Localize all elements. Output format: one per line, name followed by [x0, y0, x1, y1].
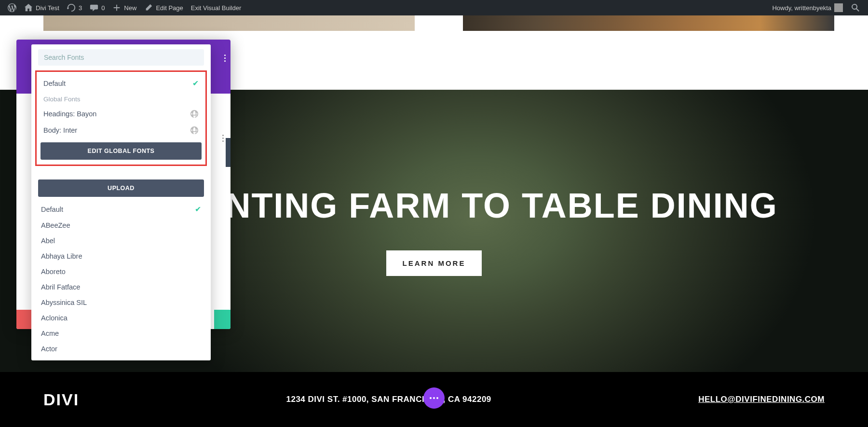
settings-more-button[interactable] — [224, 49, 226, 62]
wp-logo[interactable] — [4, 0, 20, 15]
font-option[interactable]: Aboreto — [38, 264, 204, 279]
font-option[interactable]: Acme — [38, 326, 204, 341]
font-option-default[interactable]: Default ✔ — [41, 75, 202, 92]
font-search-input[interactable] — [44, 54, 198, 61]
font-label: Abhaya Libre — [41, 252, 82, 260]
revisions[interactable]: 3 — [63, 0, 86, 15]
plus-icon — [112, 3, 121, 12]
font-option[interactable]: Abril Fatface — [38, 279, 204, 295]
check-icon: ✔ — [192, 79, 199, 88]
font-label: ABeeZee — [41, 221, 70, 229]
wordpress-icon — [8, 3, 16, 12]
exit-vb-label: Exit Visual Builder — [191, 4, 242, 12]
font-option[interactable]: Aclonica — [38, 310, 204, 326]
font-label: Headings: Bayon — [43, 110, 96, 118]
hero-image-left — [43, 15, 415, 31]
revisions-count: 3 — [79, 4, 82, 12]
wp-admin-bar: Divi Test 3 0 New Edit Page Exit Visual … — [0, 0, 868, 15]
settings-scrollbar[interactable] — [226, 138, 231, 167]
edit-page-label: Edit Page — [156, 4, 183, 12]
search-icon — [851, 3, 860, 13]
user-avatar-icon — [834, 3, 843, 12]
check-icon: ✔ — [195, 205, 201, 214]
more-vertical-icon — [224, 55, 226, 62]
font-label: Aclonica — [41, 314, 68, 322]
comment-icon — [90, 3, 98, 12]
comments[interactable]: 0 — [86, 0, 108, 15]
font-option[interactable]: Abel — [38, 233, 204, 248]
new-label: New — [124, 4, 136, 12]
global-fonts-highlight: Default ✔ Global Fonts Headings: Bayon B… — [35, 70, 207, 166]
more-vertical-icon — [222, 135, 224, 142]
pencil-icon — [144, 3, 153, 12]
font-option[interactable]: Actor — [38, 341, 204, 357]
upload-font-button[interactable]: UPLOAD — [38, 179, 204, 197]
font-list: Default ✔ ABeeZee Abel Abhaya Libre Abor… — [31, 201, 211, 357]
font-label: Abyssinica SIL — [41, 299, 87, 306]
site-name-text: Divi Test — [36, 4, 59, 12]
site-name[interactable]: Divi Test — [20, 0, 63, 15]
font-search-wrap — [38, 49, 204, 66]
font-picker-dropdown: Default ✔ Global Fonts Headings: Bayon B… — [31, 44, 211, 360]
font-option[interactable]: Abyssinica SIL — [38, 295, 204, 310]
howdy-text: Howdy, writtenbyekta — [772, 4, 831, 12]
font-label: Acme — [41, 330, 59, 337]
font-option[interactable]: ABeeZee — [38, 218, 204, 233]
divi-fab-button[interactable] — [423, 387, 445, 409]
font-label: Default — [43, 80, 66, 87]
font-label: Default — [41, 206, 63, 213]
field-more-button[interactable] — [222, 129, 224, 142]
footer-logo: DIVI — [43, 390, 79, 409]
footer-address: 1234 DIVI ST. #1000, SAN FRANCISCO, CA 9… — [79, 395, 698, 404]
settings-save-button[interactable] — [214, 310, 231, 329]
global-fonts-section-label: Global Fonts — [41, 92, 202, 106]
globe-icon — [190, 126, 199, 135]
font-label: Body: Inter — [43, 126, 77, 134]
page-content: REINVENTING FARM TO TABLE DINING LEARN M… — [0, 15, 868, 427]
edit-global-fonts-button[interactable]: EDIT GLOBAL FONTS — [41, 142, 202, 160]
font-option[interactable]: Default ✔ — [38, 201, 204, 218]
update-icon — [67, 3, 76, 12]
hero-image-right — [463, 15, 834, 31]
edit-page[interactable]: Edit Page — [140, 0, 187, 15]
font-option-body[interactable]: Body: Inter — [41, 122, 202, 138]
exit-visual-builder[interactable]: Exit Visual Builder — [187, 0, 245, 15]
font-label: Abril Fatface — [41, 283, 80, 291]
comments-count: 0 — [101, 4, 105, 12]
globe-icon — [190, 110, 199, 118]
top-image-strip — [0, 15, 868, 31]
font-option-headings[interactable]: Headings: Bayon — [41, 106, 202, 122]
font-label: Abel — [41, 237, 55, 245]
new[interactable]: New — [108, 0, 140, 15]
admin-search[interactable] — [847, 0, 864, 15]
font-label: Actor — [41, 345, 57, 353]
home-icon — [24, 3, 33, 12]
learn-more-button[interactable]: LEARN MORE — [386, 250, 482, 276]
font-label: Aboreto — [41, 268, 66, 275]
howdy-user[interactable]: Howdy, writtenbyekta — [768, 0, 847, 15]
footer-email-link[interactable]: HELLO@DIVIFINEDINING.COM — [698, 395, 825, 404]
font-option[interactable]: Abhaya Libre — [38, 248, 204, 264]
dots-icon — [430, 397, 438, 399]
